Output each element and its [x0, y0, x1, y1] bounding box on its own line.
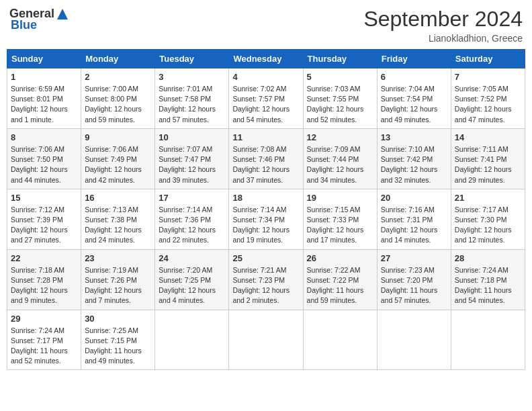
calendar-cell: 29Sunrise: 7:24 AM Sunset: 7:17 PM Dayli… [7, 310, 81, 370]
calendar-cell: 14Sunrise: 7:11 AM Sunset: 7:41 PM Dayli… [451, 128, 525, 189]
calendar-cell: 4Sunrise: 7:02 AM Sunset: 7:57 PM Daylig… [229, 68, 303, 129]
day-number: 11 [232, 132, 299, 142]
day-number: 23 [85, 253, 151, 263]
calendar-cell: 6Sunrise: 7:04 AM Sunset: 7:54 PM Daylig… [377, 68, 451, 129]
calendar-cell: 2Sunrise: 7:00 AM Sunset: 8:00 PM Daylig… [81, 68, 155, 129]
calendar-cell [229, 310, 303, 370]
calendar-cell: 3Sunrise: 7:01 AM Sunset: 7:58 PM Daylig… [155, 68, 229, 129]
day-number: 10 [159, 132, 225, 142]
calendar-cell [377, 310, 451, 370]
calendar-cell [451, 310, 525, 370]
day-number: 30 [85, 314, 151, 324]
day-number: 28 [455, 253, 521, 263]
calendar-cell: 27Sunrise: 7:23 AM Sunset: 7:20 PM Dayli… [377, 249, 451, 310]
calendar-cell: 30Sunrise: 7:25 AM Sunset: 7:15 PM Dayli… [81, 310, 155, 370]
day-number: 9 [85, 132, 151, 142]
svg-marker-0 [57, 9, 68, 19]
weekday-header-thursday: Thursday [303, 50, 377, 68]
day-number: 2 [85, 72, 151, 82]
cell-text: Sunrise: 7:14 AM Sunset: 7:34 PM Dayligh… [232, 205, 299, 246]
calendar-cell: 9Sunrise: 7:06 AM Sunset: 7:49 PM Daylig… [81, 128, 155, 189]
cell-text: Sunrise: 7:02 AM Sunset: 7:57 PM Dayligh… [232, 84, 299, 125]
day-number: 16 [85, 193, 151, 203]
cell-text: Sunrise: 7:07 AM Sunset: 7:47 PM Dayligh… [159, 144, 225, 185]
cell-text: Sunrise: 7:25 AM Sunset: 7:15 PM Dayligh… [85, 326, 151, 367]
cell-text: Sunrise: 7:06 AM Sunset: 7:50 PM Dayligh… [11, 144, 77, 185]
logo: General Blue [9, 7, 69, 32]
calendar-cell: 8Sunrise: 7:06 AM Sunset: 7:50 PM Daylig… [7, 128, 81, 189]
calendar-cell: 11Sunrise: 7:08 AM Sunset: 7:46 PM Dayli… [229, 128, 303, 189]
cell-text: Sunrise: 7:11 AM Sunset: 7:41 PM Dayligh… [455, 144, 521, 185]
cell-text: Sunrise: 7:04 AM Sunset: 7:54 PM Dayligh… [381, 84, 447, 125]
calendar-cell: 12Sunrise: 7:09 AM Sunset: 7:44 PM Dayli… [303, 128, 377, 189]
day-number: 15 [11, 193, 77, 203]
weekday-header-sunday: Sunday [7, 50, 81, 68]
day-number: 4 [232, 72, 299, 82]
day-number: 14 [455, 132, 521, 142]
cell-text: Sunrise: 7:19 AM Sunset: 7:26 PM Dayligh… [85, 265, 151, 306]
weekday-header-wednesday: Wednesday [229, 50, 303, 68]
month-title: September 2024 [363, 7, 523, 32]
logo-icon [56, 7, 69, 21]
day-number: 13 [381, 132, 447, 142]
calendar-cell: 23Sunrise: 7:19 AM Sunset: 7:26 PM Dayli… [81, 249, 155, 310]
calendar-cell: 7Sunrise: 7:05 AM Sunset: 7:52 PM Daylig… [451, 68, 525, 129]
calendar-cell: 16Sunrise: 7:13 AM Sunset: 7:38 PM Dayli… [81, 189, 155, 249]
cell-text: Sunrise: 7:03 AM Sunset: 7:55 PM Dayligh… [307, 84, 373, 125]
day-number: 22 [11, 253, 77, 263]
day-number: 1 [11, 72, 77, 82]
logo-blue: Blue [11, 18, 37, 32]
day-number: 29 [11, 314, 77, 324]
calendar-cell: 28Sunrise: 7:24 AM Sunset: 7:18 PM Dayli… [451, 249, 525, 310]
day-number: 26 [307, 253, 373, 263]
calendar-cell: 10Sunrise: 7:07 AM Sunset: 7:47 PM Dayli… [155, 128, 229, 189]
cell-text: Sunrise: 7:12 AM Sunset: 7:39 PM Dayligh… [11, 205, 77, 246]
day-number: 17 [159, 193, 225, 203]
calendar-cell: 5Sunrise: 7:03 AM Sunset: 7:55 PM Daylig… [303, 68, 377, 129]
day-number: 25 [232, 253, 299, 263]
calendar-cell [155, 310, 229, 370]
cell-text: Sunrise: 7:14 AM Sunset: 7:36 PM Dayligh… [159, 205, 225, 246]
cell-text: Sunrise: 7:09 AM Sunset: 7:44 PM Dayligh… [307, 144, 373, 185]
calendar-cell: 22Sunrise: 7:18 AM Sunset: 7:28 PM Dayli… [7, 249, 81, 310]
cell-text: Sunrise: 7:13 AM Sunset: 7:38 PM Dayligh… [85, 205, 151, 246]
calendar-cell: 26Sunrise: 7:22 AM Sunset: 7:22 PM Dayli… [303, 249, 377, 310]
cell-text: Sunrise: 7:05 AM Sunset: 7:52 PM Dayligh… [455, 84, 521, 125]
cell-text: Sunrise: 7:01 AM Sunset: 7:58 PM Dayligh… [159, 84, 225, 125]
cell-text: Sunrise: 7:08 AM Sunset: 7:46 PM Dayligh… [232, 144, 299, 185]
calendar-cell: 1Sunrise: 6:59 AM Sunset: 8:01 PM Daylig… [7, 68, 81, 129]
cell-text: Sunrise: 7:21 AM Sunset: 7:23 PM Dayligh… [232, 265, 299, 306]
day-number: 21 [455, 193, 521, 203]
title-area: September 2024 Lianokladhion, Greece [363, 7, 523, 44]
day-number: 7 [455, 72, 521, 82]
location: Lianokladhion, Greece [363, 33, 523, 44]
weekday-header-saturday: Saturday [451, 50, 525, 68]
cell-text: Sunrise: 7:10 AM Sunset: 7:42 PM Dayligh… [381, 144, 447, 185]
weekday-header-friday: Friday [377, 50, 451, 68]
cell-text: Sunrise: 7:24 AM Sunset: 7:17 PM Dayligh… [11, 326, 77, 367]
day-number: 27 [381, 253, 447, 263]
cell-text: Sunrise: 7:16 AM Sunset: 7:31 PM Dayligh… [381, 205, 447, 246]
calendar-cell: 19Sunrise: 7:15 AM Sunset: 7:33 PM Dayli… [303, 189, 377, 249]
cell-text: Sunrise: 7:06 AM Sunset: 7:49 PM Dayligh… [85, 144, 151, 185]
cell-text: Sunrise: 7:15 AM Sunset: 7:33 PM Dayligh… [307, 205, 373, 246]
page-header: General Blue September 2024 Lianokladhio… [7, 7, 525, 44]
day-number: 20 [381, 193, 447, 203]
calendar-cell: 15Sunrise: 7:12 AM Sunset: 7:39 PM Dayli… [7, 189, 81, 249]
calendar-table: SundayMondayTuesdayWednesdayThursdayFrid… [7, 49, 525, 370]
day-number: 3 [159, 72, 225, 82]
calendar-cell: 18Sunrise: 7:14 AM Sunset: 7:34 PM Dayli… [229, 189, 303, 249]
weekday-header-tuesday: Tuesday [155, 50, 229, 68]
cell-text: Sunrise: 7:23 AM Sunset: 7:20 PM Dayligh… [381, 265, 447, 306]
calendar-cell: 17Sunrise: 7:14 AM Sunset: 7:36 PM Dayli… [155, 189, 229, 249]
cell-text: Sunrise: 7:18 AM Sunset: 7:28 PM Dayligh… [11, 265, 77, 306]
cell-text: Sunrise: 7:24 AM Sunset: 7:18 PM Dayligh… [455, 265, 521, 306]
cell-text: Sunrise: 7:17 AM Sunset: 7:30 PM Dayligh… [455, 205, 521, 246]
calendar-cell: 25Sunrise: 7:21 AM Sunset: 7:23 PM Dayli… [229, 249, 303, 310]
day-number: 24 [159, 253, 225, 263]
calendar-cell: 13Sunrise: 7:10 AM Sunset: 7:42 PM Dayli… [377, 128, 451, 189]
cell-text: Sunrise: 7:20 AM Sunset: 7:25 PM Dayligh… [159, 265, 225, 306]
calendar-cell: 21Sunrise: 7:17 AM Sunset: 7:30 PM Dayli… [451, 189, 525, 249]
cell-text: Sunrise: 7:22 AM Sunset: 7:22 PM Dayligh… [307, 265, 373, 306]
calendar-cell: 20Sunrise: 7:16 AM Sunset: 7:31 PM Dayli… [377, 189, 451, 249]
